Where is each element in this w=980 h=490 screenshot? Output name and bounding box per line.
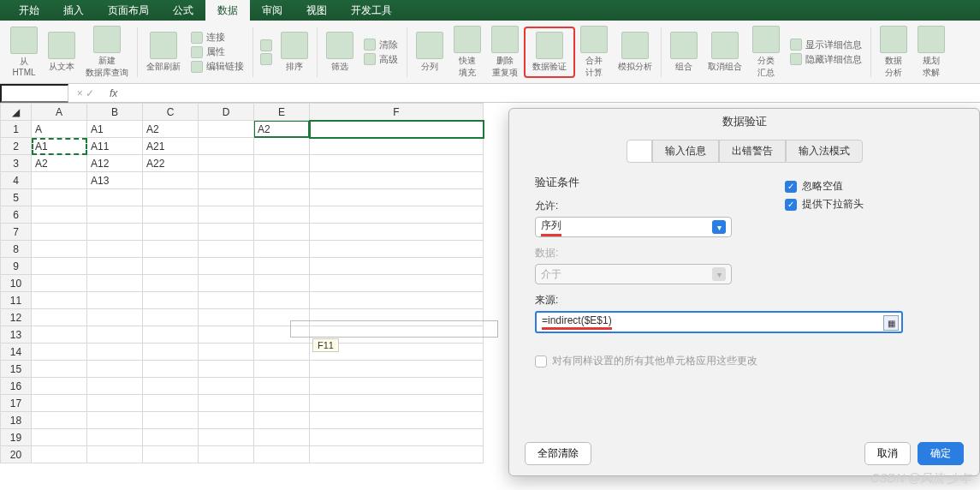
- btn-sort-asc[interactable]: [260, 39, 272, 52]
- btn-connections[interactable]: 连接: [191, 30, 244, 45]
- btn-consolidate[interactable]: 合并 计算: [575, 24, 613, 81]
- cell[interactable]: [32, 172, 87, 189]
- checkbox-ignore-blank[interactable]: ✓ 忽略空值: [785, 179, 864, 194]
- btn-remove-dup[interactable]: 删除 重复项: [486, 24, 524, 81]
- cancel-button[interactable]: 取消: [864, 442, 911, 465]
- row-header[interactable]: 18: [1, 412, 32, 429]
- tab-formula[interactable]: 公式: [161, 0, 205, 21]
- btn-from-text[interactable]: 从文本: [43, 30, 80, 75]
- btn-from-html[interactable]: 从 HTML: [5, 25, 43, 79]
- cell[interactable]: [254, 138, 310, 155]
- btn-sort-desc[interactable]: [260, 52, 272, 66]
- tab-insert[interactable]: 插入: [51, 0, 96, 21]
- btn-ungroup[interactable]: 取消组合: [703, 30, 747, 75]
- cell[interactable]: A2: [32, 155, 87, 172]
- cell[interactable]: [310, 155, 484, 172]
- row-header[interactable]: 11: [1, 292, 32, 309]
- col-header-E[interactable]: E: [254, 104, 310, 121]
- btn-whatif[interactable]: 模拟分析: [613, 30, 657, 75]
- spreadsheet-grid[interactable]: ◢ A B C D E F 1 A A1 A2 A2 2 A1 A11 A21 …: [0, 103, 484, 463]
- btn-group[interactable]: 组合: [665, 30, 703, 75]
- cell[interactable]: [199, 172, 254, 189]
- col-header-C[interactable]: C: [143, 104, 199, 121]
- row-header[interactable]: 13: [1, 326, 32, 344]
- col-header-D[interactable]: D: [199, 104, 254, 121]
- tab-dev[interactable]: 开发工具: [339, 0, 404, 21]
- cell[interactable]: [254, 155, 310, 172]
- tab-start[interactable]: 开始: [7, 0, 51, 21]
- row-header[interactable]: 4: [1, 172, 32, 189]
- row-header[interactable]: 20: [1, 446, 32, 463]
- cell[interactable]: A13: [87, 172, 143, 189]
- row-header[interactable]: 16: [1, 378, 32, 395]
- btn-edit-links[interactable]: 编辑链接: [191, 59, 244, 74]
- cell[interactable]: A11: [87, 138, 143, 155]
- cell[interactable]: A22: [143, 155, 199, 172]
- cell-F1[interactable]: [310, 121, 484, 138]
- cell-A2-copy[interactable]: A1: [32, 138, 87, 155]
- cell[interactable]: [254, 172, 310, 189]
- col-header-A[interactable]: A: [32, 104, 87, 121]
- cell[interactable]: [310, 172, 484, 189]
- btn-show-detail[interactable]: 显示详细信息: [790, 38, 862, 52]
- ok-button[interactable]: 确定: [918, 442, 964, 465]
- select-allow[interactable]: 序列 ▾: [535, 217, 732, 237]
- cell[interactable]: [310, 138, 484, 155]
- select-all-corner[interactable]: ◢: [1, 104, 32, 121]
- apply-all-note[interactable]: ✓ 对有同样设置的所有其他单元格应用这些更改: [535, 354, 953, 368]
- cancel-enter-icons[interactable]: × ✓: [68, 87, 103, 99]
- btn-properties[interactable]: 属性: [191, 45, 244, 59]
- cell[interactable]: [143, 172, 199, 189]
- dialog-tab-ime[interactable]: 输入法模式: [786, 140, 863, 163]
- cell[interactable]: A1: [87, 121, 143, 138]
- btn-subtotal[interactable]: 分类 汇总: [747, 24, 785, 81]
- tab-review[interactable]: 审阅: [250, 0, 294, 21]
- cell[interactable]: [199, 121, 254, 138]
- row-header[interactable]: 14: [1, 344, 32, 361]
- fx-icon[interactable]: fx: [103, 87, 124, 99]
- dialog-tab-input-msg[interactable]: 输入信息: [652, 140, 719, 163]
- row-header[interactable]: 1: [1, 121, 32, 138]
- row-header[interactable]: 8: [1, 241, 32, 258]
- btn-hide-detail[interactable]: 隐藏详细信息: [790, 52, 862, 67]
- btn-flash-fill[interactable]: 快速 填充: [448, 24, 486, 81]
- cell[interactable]: [199, 138, 254, 155]
- btn-text-to-columns[interactable]: 分列: [411, 30, 448, 75]
- row-header[interactable]: 6: [1, 206, 32, 224]
- clear-all-button[interactable]: 全部清除: [525, 442, 591, 465]
- cell[interactable]: A21: [143, 138, 199, 155]
- cell[interactable]: A12: [87, 155, 143, 172]
- row-header[interactable]: 2: [1, 138, 32, 155]
- row-header[interactable]: 15: [1, 361, 32, 378]
- cell-E1[interactable]: A2: [254, 121, 310, 138]
- row-header[interactable]: 19: [1, 429, 32, 446]
- btn-filter[interactable]: 筛选: [321, 30, 359, 75]
- checkbox-dropdown-arrow[interactable]: ✓ 提供下拉箭头: [785, 197, 864, 212]
- btn-sort[interactable]: 排序: [276, 30, 313, 75]
- col-header-F[interactable]: F: [310, 104, 484, 121]
- row-header[interactable]: 5: [1, 189, 32, 206]
- cell[interactable]: A2: [143, 121, 199, 138]
- btn-refresh-all[interactable]: 全部刷新: [141, 30, 186, 75]
- col-header-B[interactable]: B: [87, 104, 143, 121]
- row-header[interactable]: 12: [1, 309, 32, 326]
- btn-clear[interactable]: 清除: [364, 38, 398, 52]
- row-header[interactable]: 7: [1, 224, 32, 241]
- cell[interactable]: [199, 155, 254, 172]
- row-header[interactable]: 17: [1, 395, 32, 412]
- source-input[interactable]: =indirect($E$1) ▦: [535, 311, 903, 333]
- range-picker-icon[interactable]: ▦: [883, 315, 899, 331]
- btn-advanced[interactable]: 高级: [364, 52, 398, 67]
- dialog-tab-error[interactable]: 出错警告: [719, 140, 786, 163]
- cell[interactable]: A: [32, 121, 87, 138]
- tab-view[interactable]: 视图: [294, 0, 339, 21]
- row-header[interactable]: 3: [1, 155, 32, 172]
- tab-data[interactable]: 数据: [205, 0, 250, 21]
- tab-layout[interactable]: 页面布局: [96, 0, 161, 21]
- btn-data-validation[interactable]: 数据验证: [527, 30, 572, 75]
- dialog-tab-settings[interactable]: [627, 140, 652, 163]
- name-box[interactable]: [0, 84, 68, 103]
- btn-data-analysis[interactable]: 数据 分析: [875, 24, 912, 81]
- btn-solver[interactable]: 规划 求解: [912, 24, 950, 81]
- row-header[interactable]: 10: [1, 275, 32, 292]
